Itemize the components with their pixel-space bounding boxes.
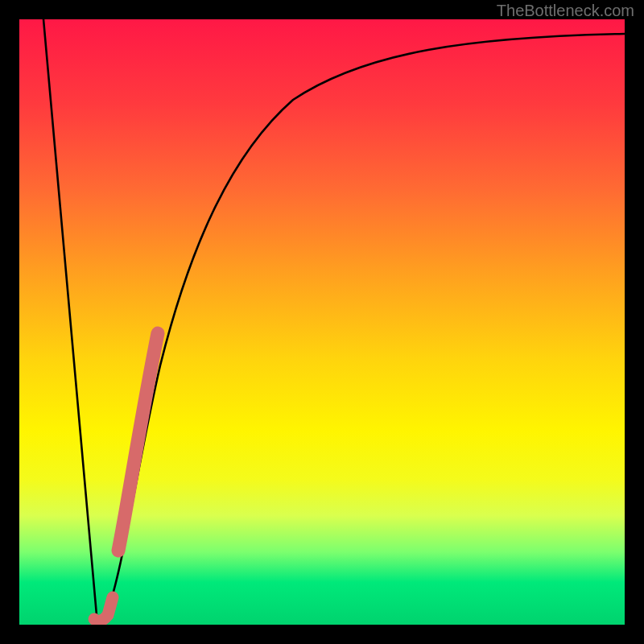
plot-area bbox=[19, 19, 625, 625]
bottleneck-curve-path bbox=[43, 19, 625, 618]
chart-svg bbox=[19, 19, 625, 625]
highlight-segment-path bbox=[118, 333, 158, 551]
watermark-text: TheBottleneck.com bbox=[497, 2, 634, 20]
chart-frame: TheBottleneck.com bbox=[0, 0, 644, 644]
